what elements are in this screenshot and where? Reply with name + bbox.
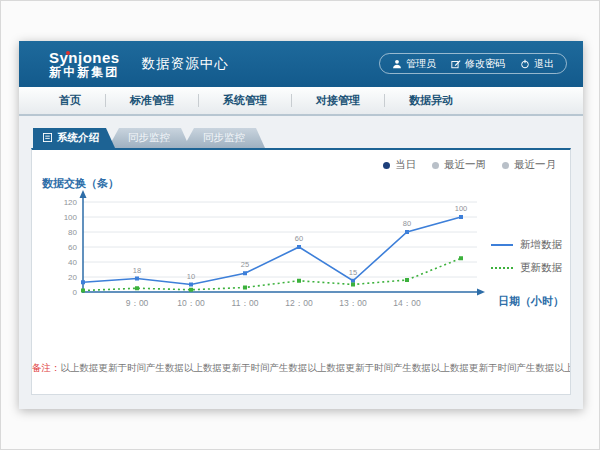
logout-label: 退出 xyxy=(534,57,554,71)
radio-selected-icon xyxy=(383,162,390,169)
svg-text:80: 80 xyxy=(403,219,411,228)
nav-item-interface-mgmt[interactable]: 对接管理 xyxy=(292,93,384,108)
tab-label: 同步监控 xyxy=(203,131,245,145)
tab-bar: 系统介绍 同步监控 同步监控 xyxy=(33,128,571,148)
solid-line-icon xyxy=(491,244,513,246)
legend-new-data: 新增数据 xyxy=(491,238,562,252)
svg-text:120: 120 xyxy=(64,198,78,207)
svg-text:0: 0 xyxy=(73,288,78,297)
change-password-button[interactable]: 修改密码 xyxy=(451,57,505,71)
logout-button[interactable]: 退出 xyxy=(520,57,554,71)
legend-label: 更新数据 xyxy=(520,261,562,275)
app-window: Synjones 新中新集团 数据资源中心 管理员 修改密码 xyxy=(19,41,583,409)
footnote-body: 以上数据更新于时间产生数据以上数据更新于时间产生数据以上数据更新于时间产生数据以… xyxy=(61,362,571,373)
page-title: 数据资源中心 xyxy=(142,55,229,73)
svg-text:14：00: 14：00 xyxy=(393,298,421,308)
svg-text:10：00: 10：00 xyxy=(177,298,205,308)
svg-text:25: 25 xyxy=(241,260,249,269)
chart-legend: 新增数据 更新数据 xyxy=(491,238,562,275)
line-chart: 0204060801001209：0010：0011：0012：0013：001… xyxy=(40,182,520,314)
company-logo: Synjones 新中新集团 xyxy=(49,50,120,78)
power-icon xyxy=(520,59,530,69)
radio-icon xyxy=(502,162,509,169)
svg-text:15: 15 xyxy=(349,268,357,277)
tab-system-intro[interactable]: 系统介绍 xyxy=(33,128,115,148)
admin-label: 管理员 xyxy=(406,57,436,71)
svg-text:11：00: 11：00 xyxy=(232,298,259,308)
chart-panel: 当日 最近一周 最近一月 数据交换（条） 0204060801001209：00… xyxy=(31,148,571,395)
dotted-line-icon xyxy=(491,267,513,269)
tab-label: 系统介绍 xyxy=(57,131,99,145)
svg-text:9：00: 9：00 xyxy=(126,298,149,308)
footnote-prefix: 备注： xyxy=(32,362,61,373)
nav-item-home[interactable]: 首页 xyxy=(35,93,105,108)
main-nav: 首页 标准管理 系统管理 对接管理 数据异动 xyxy=(19,87,583,116)
legend-label: 新增数据 xyxy=(520,238,562,252)
svg-text:100: 100 xyxy=(64,213,78,222)
user-menu: 管理员 修改密码 退出 xyxy=(379,53,567,74)
legend-update-data: 更新数据 xyxy=(491,261,562,275)
filter-label: 最近一月 xyxy=(514,158,556,172)
logo-red-dot-icon xyxy=(66,51,70,55)
tab-sync-monitor-1[interactable]: 同步监控 xyxy=(108,128,190,148)
radio-icon xyxy=(432,162,439,169)
change-password-label: 修改密码 xyxy=(465,57,505,71)
admin-user-button[interactable]: 管理员 xyxy=(392,57,436,71)
document-icon xyxy=(43,132,52,144)
user-icon xyxy=(392,59,402,69)
filter-last-month[interactable]: 最近一月 xyxy=(502,158,556,172)
svg-text:60: 60 xyxy=(68,243,77,252)
tab-sync-monitor-2[interactable]: 同步监控 xyxy=(183,128,265,148)
svg-text:10: 10 xyxy=(187,272,195,281)
filter-last-week[interactable]: 最近一周 xyxy=(432,158,486,172)
x-axis-title: 日期（小时） xyxy=(498,294,564,309)
svg-text:20: 20 xyxy=(68,273,77,282)
nav-item-data-change[interactable]: 数据异动 xyxy=(385,93,477,108)
svg-text:18: 18 xyxy=(133,266,141,275)
screenshot-frame: Synjones 新中新集团 数据资源中心 管理员 修改密码 xyxy=(0,0,600,450)
svg-text:80: 80 xyxy=(68,228,77,237)
filter-label: 最近一周 xyxy=(444,158,486,172)
logo-text-cn: 新中新集团 xyxy=(49,66,120,79)
header-bar: Synjones 新中新集团 数据资源中心 管理员 修改密码 xyxy=(19,41,583,87)
nav-item-system-mgmt[interactable]: 系统管理 xyxy=(199,93,291,108)
logo-text-en: Synjones xyxy=(49,50,120,66)
time-range-filter: 当日 最近一周 最近一月 xyxy=(383,158,556,172)
filter-label: 当日 xyxy=(395,158,416,172)
tab-label: 同步监控 xyxy=(128,131,170,145)
svg-text:40: 40 xyxy=(68,258,77,267)
svg-text:13：00: 13：00 xyxy=(339,298,367,308)
svg-text:60: 60 xyxy=(295,234,303,243)
edit-icon xyxy=(451,59,461,69)
svg-text:12：00: 12：00 xyxy=(285,298,313,308)
footnote: 备注：以上数据更新于时间产生数据以上数据更新于时间产生数据以上数据更新于时间产生… xyxy=(32,362,570,375)
svg-text:100: 100 xyxy=(455,204,468,213)
filter-today[interactable]: 当日 xyxy=(383,158,416,172)
content-area: 系统介绍 同步监控 同步监控 当日 最近一周 xyxy=(19,116,583,395)
nav-item-standard-mgmt[interactable]: 标准管理 xyxy=(106,93,198,108)
